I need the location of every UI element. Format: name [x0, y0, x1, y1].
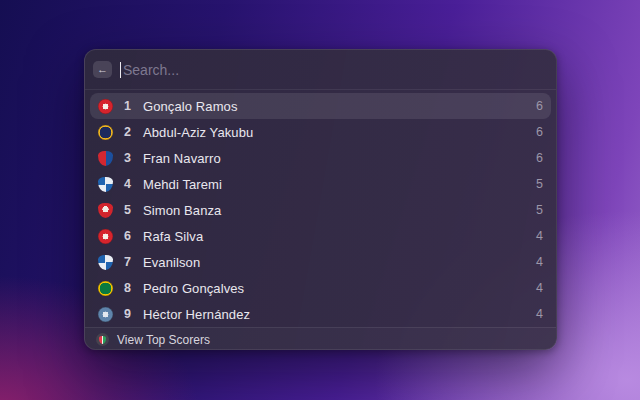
goals-count: 4 — [536, 281, 543, 295]
gil-vicente-crest-icon — [98, 151, 113, 166]
list-item[interactable]: 5 Simon Banza 5 — [90, 197, 551, 223]
list-item[interactable]: 4 Mehdi Taremi 5 — [90, 171, 551, 197]
player-name: Pedro Gonçalves — [143, 281, 244, 296]
rank-label: 2 — [122, 125, 133, 139]
league-shield-icon — [96, 333, 109, 346]
list-item[interactable]: 9 Héctor Hernández 4 — [90, 301, 551, 327]
arrow-left-icon: ← — [97, 64, 108, 75]
player-name: Mehdi Taremi — [143, 177, 222, 192]
player-name: Evanilson — [143, 255, 200, 270]
benfica-crest-icon — [98, 229, 113, 244]
goals-count: 4 — [536, 255, 543, 269]
scorer-list: 1 Gonçalo Ramos 6 2 Abdul-Aziz Yakubu 6 … — [85, 90, 556, 327]
porto-crest-icon — [98, 177, 113, 192]
player-name: Simon Banza — [143, 203, 221, 218]
goals-count: 6 — [536, 151, 543, 165]
list-item[interactable]: 8 Pedro Gonçalves 4 — [90, 275, 551, 301]
list-item[interactable]: 2 Abdul-Aziz Yakubu 6 — [90, 119, 551, 145]
club-crest-icon — [98, 125, 113, 140]
rank-label: 5 — [122, 203, 133, 217]
player-name: Abdul-Aziz Yakubu — [143, 125, 253, 140]
goals-count: 5 — [536, 177, 543, 191]
goals-count: 6 — [536, 125, 543, 139]
rank-label: 3 — [122, 151, 133, 165]
search-bar: ← — [85, 50, 556, 90]
search-field-wrap[interactable] — [120, 50, 544, 89]
porto-crest-icon — [98, 255, 113, 270]
footer-bar: View Top Scorers — [85, 327, 556, 350]
footer-action-label[interactable]: View Top Scorers — [117, 333, 210, 347]
player-name: Gonçalo Ramos — [143, 99, 238, 114]
goals-count: 4 — [536, 229, 543, 243]
player-name: Héctor Hernández — [143, 307, 250, 322]
rank-label: 1 — [122, 99, 133, 113]
list-item[interactable]: 7 Evanilson 4 — [90, 249, 551, 275]
shield-glyph — [99, 336, 106, 344]
list-item[interactable]: 1 Gonçalo Ramos 6 — [90, 93, 551, 119]
rank-label: 9 — [122, 307, 133, 321]
club-crest-icon — [98, 307, 113, 322]
sporting-crest-icon — [98, 281, 113, 296]
text-caret — [120, 62, 121, 78]
list-item[interactable]: 3 Fran Navarro 6 — [90, 145, 551, 171]
rank-label: 4 — [122, 177, 133, 191]
search-window: ← 1 Gonçalo Ramos 6 2 Abdul-Aziz Yakubu … — [84, 49, 557, 350]
player-name: Rafa Silva — [143, 229, 203, 244]
player-name: Fran Navarro — [143, 151, 221, 166]
rank-label: 8 — [122, 281, 133, 295]
goals-count: 6 — [536, 99, 543, 113]
list-item[interactable]: 6 Rafa Silva 4 — [90, 223, 551, 249]
rank-label: 6 — [122, 229, 133, 243]
back-button[interactable]: ← — [93, 61, 112, 78]
search-input[interactable] — [123, 62, 544, 78]
goals-count: 4 — [536, 307, 543, 321]
benfica-crest-icon — [98, 99, 113, 114]
rank-label: 7 — [122, 255, 133, 269]
braga-crest-icon — [98, 203, 113, 218]
goals-count: 5 — [536, 203, 543, 217]
desktop: { "search": { "placeholder": "Search..."… — [0, 0, 640, 400]
